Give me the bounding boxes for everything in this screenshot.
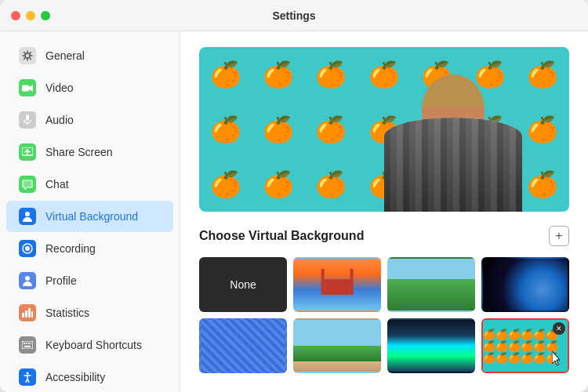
- preview-area: 🍊🍊🍊🍊🍊🍊🍊🍊🍊🍊🍊🍊🍊🍊🍊🍊🍊🍊🍊🍊🍊: [199, 47, 569, 212]
- virtual-background-icon: [19, 208, 36, 225]
- orange-pattern-item: 🍊: [199, 102, 252, 157]
- close-button[interactable]: [11, 11, 20, 20]
- orange-pattern-item: 🍊: [252, 102, 304, 157]
- thumb-space[interactable]: [481, 257, 569, 312]
- thumb-golden-gate[interactable]: [293, 257, 381, 312]
- titlebar: Settings: [0, 0, 588, 31]
- thumb-green-field[interactable]: [387, 257, 475, 312]
- general-icon: [19, 47, 36, 64]
- sidebar-item-profile[interactable]: Profile: [6, 265, 173, 296]
- sidebar-item-statistics[interactable]: Statistics: [6, 297, 173, 328]
- orange-pattern-item: 🍊: [305, 102, 358, 157]
- minimize-button[interactable]: [26, 11, 35, 20]
- svg-rect-15: [26, 343, 27, 344]
- sidebar-item-label-general: General: [45, 49, 85, 62]
- traffic-lights: [11, 11, 50, 20]
- sidebar-item-keyboard-shortcuts[interactable]: Keyboard Shortcuts: [6, 329, 173, 361]
- svg-rect-2: [26, 114, 29, 121]
- svg-rect-12: [31, 311, 33, 318]
- maximize-button[interactable]: [41, 11, 50, 20]
- video-icon: [19, 79, 36, 96]
- orange-pattern-item: 🍊: [199, 157, 252, 212]
- svg-rect-13: [22, 341, 33, 349]
- sidebar-item-video[interactable]: Video: [6, 72, 173, 103]
- sidebar-item-label-accessibility: Accessibility: [45, 371, 105, 383]
- svg-rect-17: [31, 343, 31, 344]
- sidebar-item-label-profile: Profile: [45, 274, 77, 287]
- svg-rect-9: [22, 313, 24, 318]
- window-title: Settings: [272, 9, 315, 22]
- svg-point-19: [27, 372, 29, 375]
- sidebar-item-label-recording: Recording: [45, 242, 96, 255]
- thumb-oranges[interactable]: 🍊🍊🍊🍊🍊🍊🍊🍊🍊🍊🍊🍊🍊🍊🍊🍊🍊🍊 ✕: [481, 318, 569, 373]
- orange-pattern-item: 🍊: [252, 47, 304, 102]
- person-preview: [367, 59, 539, 212]
- sidebar-item-label-chat: Chat: [45, 178, 69, 191]
- sidebar-item-label-audio: Audio: [45, 114, 74, 126]
- thumbnails-grid: None: [199, 257, 569, 373]
- svg-rect-16: [28, 343, 30, 344]
- thumb-blue-texture[interactable]: [199, 318, 287, 373]
- accessibility-icon: [19, 368, 36, 386]
- svg-point-7: [25, 246, 30, 251]
- settings-window: Settings GeneralVideoAudioShare ScreenCh…: [0, 0, 588, 392]
- profile-icon: [19, 272, 36, 289]
- thumb-none[interactable]: None: [199, 257, 287, 312]
- sidebar-item-label-keyboard-shortcuts: Keyboard Shortcuts: [45, 339, 142, 351]
- svg-point-5: [25, 212, 30, 216]
- svg-point-8: [25, 276, 30, 281]
- main-content: GeneralVideoAudioShare ScreenChatVirtual…: [0, 31, 588, 392]
- thumb-aurora[interactable]: [387, 318, 475, 373]
- section-title: Choose Virtual Background: [199, 229, 364, 243]
- sidebar-item-label-statistics: Statistics: [45, 307, 89, 319]
- statistics-icon: [19, 304, 36, 321]
- right-panel: 🍊🍊🍊🍊🍊🍊🍊🍊🍊🍊🍊🍊🍊🍊🍊🍊🍊🍊🍊🍊🍊: [180, 31, 588, 392]
- orange-pattern-item: 🍊: [199, 47, 252, 102]
- sidebar-item-label-share-screen: Share Screen: [45, 146, 113, 158]
- recording-icon: [19, 240, 36, 257]
- keyboard-shortcuts-icon: [19, 336, 36, 354]
- add-background-button[interactable]: +: [549, 226, 569, 246]
- sidebar-item-accessibility[interactable]: Accessibility: [6, 361, 173, 392]
- svg-rect-18: [24, 346, 31, 347]
- sidebar-item-label-virtual-background: Virtual Background: [45, 210, 138, 223]
- svg-rect-10: [25, 310, 27, 318]
- sidebar-item-virtual-background[interactable]: Virtual Background: [6, 201, 173, 232]
- sidebar-item-share-screen[interactable]: Share Screen: [6, 136, 173, 168]
- svg-rect-11: [28, 308, 31, 318]
- orange-pattern-item: 🍊: [305, 157, 358, 212]
- section-header: Choose Virtual Background +: [199, 226, 569, 246]
- svg-rect-14: [24, 343, 25, 344]
- sidebar: GeneralVideoAudioShare ScreenChatVirtual…: [0, 31, 180, 392]
- sidebar-item-general[interactable]: General: [6, 40, 173, 71]
- remove-background-button[interactable]: ✕: [553, 322, 565, 335]
- sidebar-item-audio[interactable]: Audio: [6, 104, 173, 136]
- svg-rect-1: [22, 85, 29, 91]
- sidebar-item-chat[interactable]: Chat: [6, 169, 173, 200]
- sidebar-item-label-video: Video: [45, 82, 74, 94]
- orange-pattern-item: 🍊: [305, 47, 358, 102]
- audio-icon: [19, 111, 36, 129]
- sidebar-item-recording[interactable]: Recording: [6, 233, 173, 264]
- svg-point-0: [25, 53, 30, 58]
- orange-pattern-item: 🍊: [252, 157, 304, 212]
- share-screen-icon: [19, 143, 36, 161]
- thumb-palm-trees[interactable]: [293, 318, 381, 373]
- chat-icon: [19, 176, 36, 193]
